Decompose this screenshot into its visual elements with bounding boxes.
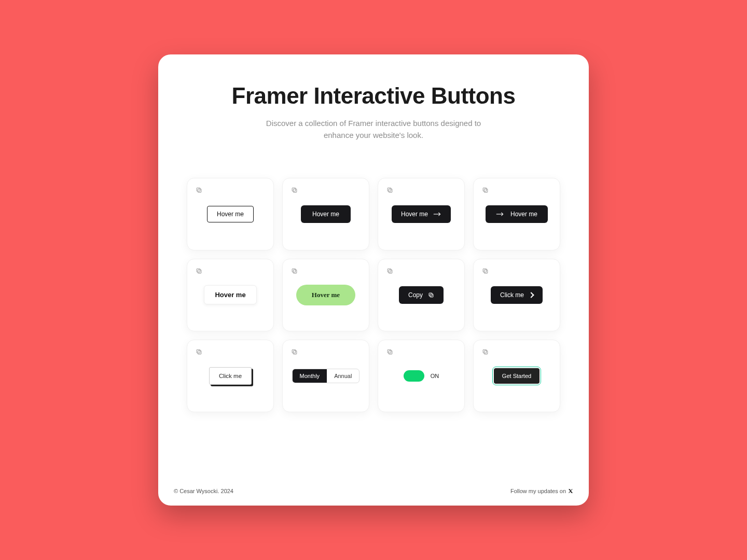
svg-rect-4 [389,189,392,192]
svg-rect-8 [483,188,487,191]
svg-rect-19 [483,269,487,272]
main-panel: Framer Interactive Buttons Discover a co… [158,54,589,506]
card-hover-soft: Hover me [187,259,274,331]
arrow-right-icon [496,212,504,216]
svg-rect-27 [483,349,487,353]
svg-rect-20 [198,351,201,354]
svg-rect-11 [197,269,200,272]
svg-rect-5 [388,188,391,191]
svg-rect-16 [430,294,433,297]
copy-card-icon[interactable] [386,187,393,193]
svg-rect-18 [484,270,488,273]
copy-icon [428,292,434,298]
svg-rect-15 [388,269,391,272]
card-hover-pill: Hover me [282,259,369,331]
hover-pill-button[interactable]: Hover me [296,285,355,305]
x-icon [568,488,573,494]
segment-monthly[interactable]: Monthly [293,369,327,383]
svg-rect-22 [293,351,297,354]
copy-card-icon[interactable] [386,348,393,355]
card-segment-toggle: Monthly Annual [282,340,369,412]
footer: © Cesar Wysocki. 2024 Follow my updates … [174,488,573,494]
svg-rect-3 [292,188,296,191]
copy-card-icon[interactable] [386,268,393,274]
copy-card-icon[interactable] [196,348,202,355]
segment-annual[interactable]: Annual [327,369,359,383]
page-title: Framer Interactive Buttons [232,83,516,109]
copy-card-icon[interactable] [482,187,489,193]
card-click-chevron: Click me [473,259,560,331]
hover-arrow-right-button[interactable]: Hover me [392,205,451,223]
footer-follow[interactable]: Follow my updates on [510,488,573,494]
copy-button[interactable]: Copy [399,286,444,304]
card-hover-outline: Hover me [187,178,274,250]
on-off-toggle[interactable] [404,370,424,382]
svg-rect-24 [389,351,392,354]
svg-rect-12 [293,270,297,273]
billing-segment[interactable]: Monthly Annual [292,369,360,383]
card-hover-dark: Hover me [282,178,369,250]
svg-rect-13 [292,269,296,272]
card-copy-button: Copy [378,259,465,331]
toggle-row: ON [404,370,439,382]
get-started-button[interactable]: Get Started [494,368,540,384]
toggle-label: ON [431,373,439,379]
svg-rect-0 [198,189,201,192]
svg-rect-10 [198,270,201,273]
svg-rect-14 [389,270,392,273]
copy-card-icon[interactable] [196,187,202,193]
page-subtitle: Discover a collection of Framer interact… [254,117,493,142]
svg-rect-1 [197,188,200,191]
click-shadow-button[interactable]: Click me [209,367,252,385]
copy-card-icon[interactable] [482,268,489,274]
svg-rect-21 [197,349,200,353]
copy-card-icon[interactable] [291,348,298,355]
button-label: Hover me [510,211,537,218]
copy-card-icon[interactable] [196,268,202,274]
card-hover-arrow-left: Hover me [473,178,560,250]
card-switch-toggle: ON [378,340,465,412]
hover-arrow-left-button[interactable]: Hover me [486,205,548,223]
button-label: Hover me [401,211,428,218]
hover-soft-button[interactable]: Hover me [204,285,256,304]
card-click-shadow: Click me [187,340,274,412]
footer-follow-text: Follow my updates on [510,488,566,494]
card-hover-arrow-right: Hover me [378,178,465,250]
svg-rect-7 [484,189,488,192]
card-get-started: Get Started [473,340,560,412]
copy-card-icon[interactable] [482,348,489,355]
button-grid: Hover me Hover me Hover me [187,178,560,412]
copy-card-icon[interactable] [291,187,298,193]
click-chevron-button[interactable]: Click me [491,286,543,304]
svg-rect-26 [484,351,488,354]
svg-rect-2 [293,189,297,192]
arrow-right-icon [433,212,441,216]
footer-copyright: © Cesar Wysocki. 2024 [174,488,233,494]
hover-outline-button[interactable]: Hover me [207,206,254,222]
svg-rect-17 [429,293,432,296]
chevron-right-icon [528,292,534,298]
copy-card-icon[interactable] [291,268,298,274]
button-label: Copy [408,291,423,299]
svg-rect-25 [388,349,391,353]
button-label: Click me [500,291,524,299]
svg-rect-23 [292,349,296,353]
hover-dark-button[interactable]: Hover me [301,205,351,223]
